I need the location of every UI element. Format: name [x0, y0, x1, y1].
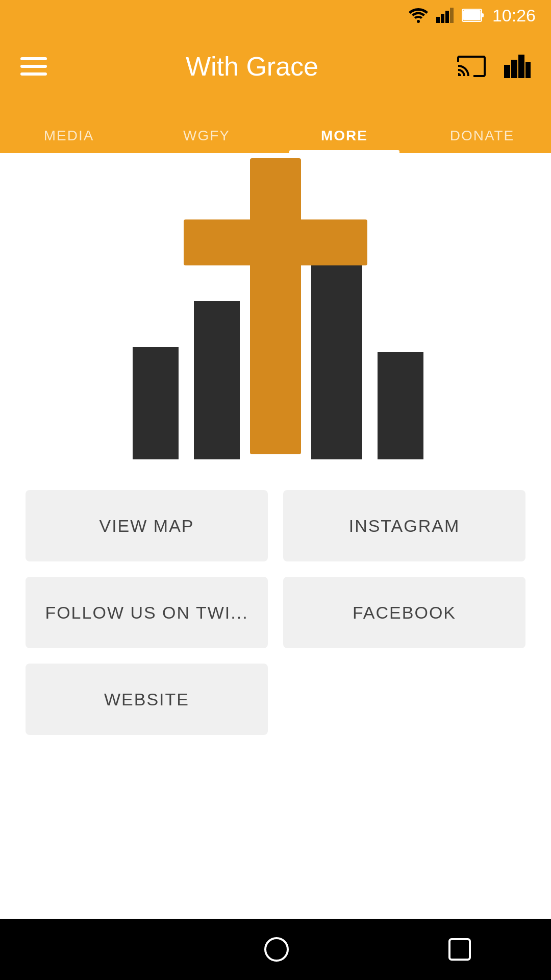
recents-button[interactable] — [447, 937, 472, 962]
back-button[interactable] — [79, 936, 106, 963]
status-bar: 10:26 — [0, 0, 551, 31]
svg-rect-6 — [463, 10, 481, 20]
follow-twitter-button[interactable]: FOLLOW US ON TWI... — [26, 577, 268, 648]
status-time: 10:26 — [492, 6, 536, 26]
app-bar: With Grace — [0, 31, 551, 102]
app-bar-actions — [457, 55, 531, 78]
svg-rect-15 — [194, 301, 240, 459]
cast-icon[interactable] — [457, 55, 486, 78]
svg-rect-11 — [525, 62, 531, 78]
app-title: With Grace — [186, 51, 318, 82]
recents-icon — [447, 937, 472, 962]
svg-rect-12 — [250, 158, 301, 454]
svg-rect-1 — [436, 17, 440, 23]
svg-rect-20 — [449, 939, 470, 960]
battery-icon — [462, 9, 484, 22]
bar-chart-icon[interactable] — [504, 55, 531, 78]
app-bar-left — [20, 57, 47, 76]
system-nav-bar — [0, 919, 551, 980]
svg-rect-17 — [378, 352, 423, 459]
svg-rect-13 — [184, 219, 367, 265]
tab-more[interactable]: MORE — [276, 128, 413, 153]
svg-rect-14 — [133, 347, 179, 459]
signal-icon — [436, 8, 454, 23]
home-button[interactable] — [263, 936, 290, 963]
tab-donate[interactable]: DONATE — [413, 128, 551, 153]
website-button[interactable]: WEBSITE — [26, 664, 268, 735]
facebook-button[interactable]: FACEBOOK — [283, 577, 525, 648]
tab-wgfy[interactable]: WGFY — [138, 128, 276, 153]
home-icon — [263, 936, 290, 963]
svg-rect-9 — [511, 60, 517, 78]
hamburger-menu-icon[interactable] — [20, 57, 47, 76]
wifi-icon — [409, 8, 428, 23]
svg-rect-4 — [450, 8, 454, 23]
tab-media[interactable]: MEDIA — [0, 128, 138, 153]
svg-rect-3 — [445, 11, 449, 23]
status-icons: 10:26 — [409, 6, 536, 26]
instagram-button[interactable]: INSTAGRAM — [283, 490, 525, 561]
tab-more-label: MORE — [321, 128, 368, 144]
svg-rect-16 — [311, 265, 362, 459]
hero-image — [0, 153, 551, 470]
church-cross-illustration — [82, 158, 469, 464]
svg-rect-2 — [441, 14, 444, 23]
svg-point-19 — [265, 938, 288, 961]
back-icon — [79, 936, 106, 963]
tab-wgfy-label: WGFY — [183, 128, 230, 144]
tab-media-label: MEDIA — [44, 128, 94, 144]
svg-rect-8 — [504, 65, 510, 78]
svg-marker-18 — [84, 939, 101, 960]
tab-donate-label: DONATE — [450, 128, 515, 144]
svg-rect-7 — [482, 13, 484, 17]
action-buttons-section: VIEW MAP INSTAGRAM FOLLOW US ON TWI... F… — [0, 470, 551, 755]
tab-bar: MEDIA WGFY MORE DONATE — [0, 102, 551, 153]
view-map-button[interactable]: VIEW MAP — [26, 490, 268, 561]
svg-point-0 — [417, 20, 420, 23]
svg-rect-10 — [518, 55, 524, 78]
